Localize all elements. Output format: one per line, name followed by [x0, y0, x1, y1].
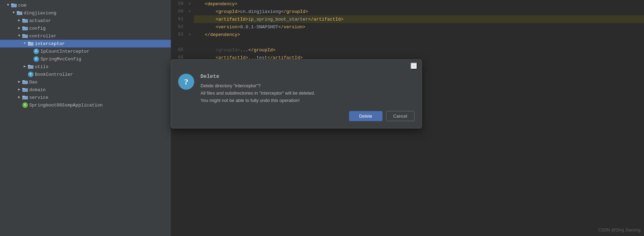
- dialog-overlay: × ? Delete Delete directory "interceptor…: [0, 0, 644, 236]
- dialog-close-button[interactable]: ×: [410, 62, 417, 69]
- dialog-message-line1: Delete directory "interceptor"?: [200, 83, 261, 88]
- cancel-button[interactable]: Cancel: [386, 111, 415, 121]
- dialog-text-area: Delete Delete directory "interceptor"? A…: [200, 74, 415, 104]
- dialog-buttons: Delete Cancel: [171, 111, 422, 128]
- question-icon: ?: [178, 74, 194, 90]
- dialog-message-line3: You might not be able to fully undo this…: [200, 98, 300, 103]
- dialog-body: ? Delete Delete directory "interceptor"?…: [171, 69, 422, 111]
- dialog-icon-area: ?: [178, 74, 195, 90]
- dialog-message: Delete directory "interceptor"? All file…: [200, 82, 415, 104]
- dialog-heading: Delete: [200, 74, 415, 80]
- delete-dialog: × ? Delete Delete directory "interceptor…: [171, 59, 422, 128]
- dialog-message-line2: All files and subdirectories in "interce…: [200, 90, 315, 96]
- delete-button[interactable]: Delete: [349, 111, 382, 121]
- dialog-title-bar: ×: [171, 60, 422, 69]
